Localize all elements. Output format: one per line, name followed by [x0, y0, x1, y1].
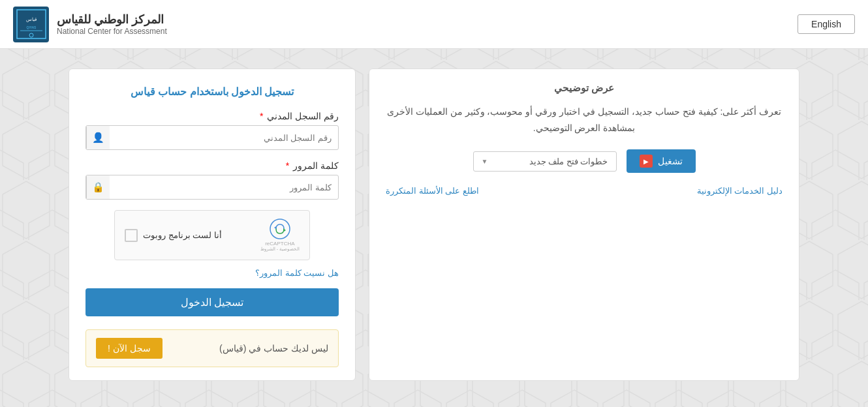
- login-button[interactable]: تسجيل الدخول: [85, 288, 339, 316]
- youtube-icon: ▶: [640, 155, 653, 168]
- svg-text:قياس: قياس: [26, 17, 37, 22]
- header: English المركز الوطني للقياس National Ce…: [0, 0, 868, 49]
- national-id-input-wrapper: 👤: [85, 125, 339, 150]
- recaptcha-privacy-text: الخصوصية - الشروط: [260, 247, 300, 252]
- password-input-wrapper: 🔒: [85, 175, 339, 200]
- forgot-password-section: هل نسيت كلمة المرور؟: [85, 267, 339, 279]
- demo-panel: عرض توضيحي تعرف أكثر على: كيفية فتح حساب…: [369, 68, 799, 381]
- demo-panel-title: عرض توضيحي: [386, 82, 783, 94]
- person-icon: 👤: [86, 126, 110, 149]
- demo-dropdown[interactable]: خطوات فتح ملف جديد ▼: [473, 151, 617, 172]
- svg-marker-11: [274, 226, 276, 229]
- header-left: English: [798, 14, 855, 34]
- national-id-label: رقم السجل المدني *: [85, 111, 339, 121]
- required-asterisk-password: *: [286, 160, 289, 171]
- logo-icon: قياس QIYAS: [13, 7, 49, 42]
- logo-text: المركز الوطني للقياس National Center for…: [57, 12, 167, 36]
- forgot-password-link[interactable]: هل نسيت كلمة المرور؟: [255, 268, 339, 278]
- play-button-label: تشغيل: [658, 156, 683, 166]
- svg-marker-12: [284, 229, 286, 232]
- svg-rect-4: [15, 8, 48, 40]
- guide-link[interactable]: دليل الخدمات الإلكترونية: [697, 186, 783, 196]
- logo-arabic-name: المركز الوطني للقياس: [57, 12, 167, 27]
- captcha-left: أنا لست برنامج روبوت: [125, 229, 222, 242]
- demo-description: تعرف أكثر على: كيفية فتح حساب جديد، التس…: [386, 104, 783, 136]
- faq-link[interactable]: اطلع على الأسئلة المتكررة: [386, 186, 479, 196]
- national-id-group: رقم السجل المدني * 👤: [85, 111, 339, 150]
- login-panel: تسجيل الدخول باستخدام حساب قياس رقم السج…: [69, 68, 356, 381]
- login-title: تسجيل الدخول باستخدام حساب قياس: [85, 85, 339, 98]
- chevron-down-icon: ▼: [482, 158, 488, 165]
- lock-icon: 🔒: [86, 175, 110, 199]
- recaptcha-brand-text: reCAPTCHA: [265, 241, 294, 247]
- svg-point-10: [270, 219, 290, 239]
- register-now-button[interactable]: سجل الآن !: [96, 338, 163, 359]
- recaptcha-logo: [270, 219, 290, 239]
- captcha-box: أنا لست برنامج روبوت reCAPTCHA الخصوصية …: [114, 210, 310, 260]
- national-id-input[interactable]: [110, 128, 338, 148]
- no-account-text: ليس لديك حساب في (قياس): [219, 343, 328, 354]
- english-language-button[interactable]: English: [798, 14, 855, 34]
- play-button[interactable]: تشغيل ▶: [627, 149, 696, 173]
- svg-text:QIYAS: QIYAS: [26, 25, 37, 29]
- demo-dropdown-label: خطوات فتح ملف جديد: [529, 157, 608, 166]
- password-label: كلمة المرور *: [85, 160, 339, 171]
- captcha-checkbox[interactable]: [125, 229, 138, 242]
- register-bar: ليس لديك حساب في (قياس) سجل الآن !: [85, 329, 339, 367]
- captcha-right: reCAPTCHA الخصوصية - الشروط: [260, 219, 300, 252]
- password-input[interactable]: [110, 177, 338, 198]
- main-content: عرض توضيحي تعرف أكثر على: كيفية فتح حساب…: [42, 49, 826, 400]
- demo-links: دليل الخدمات الإلكترونية اطلع على الأسئل…: [386, 186, 783, 196]
- required-asterisk: *: [260, 111, 263, 121]
- logo-english-name: National Center for Assessment: [57, 27, 167, 36]
- header-right: المركز الوطني للقياس National Center for…: [13, 7, 167, 42]
- password-group: كلمة المرور * 🔒: [85, 160, 339, 200]
- captcha-label: أنا لست برنامج روبوت: [143, 230, 222, 240]
- demo-controls: تشغيل ▶ خطوات فتح ملف جديد ▼: [386, 149, 783, 173]
